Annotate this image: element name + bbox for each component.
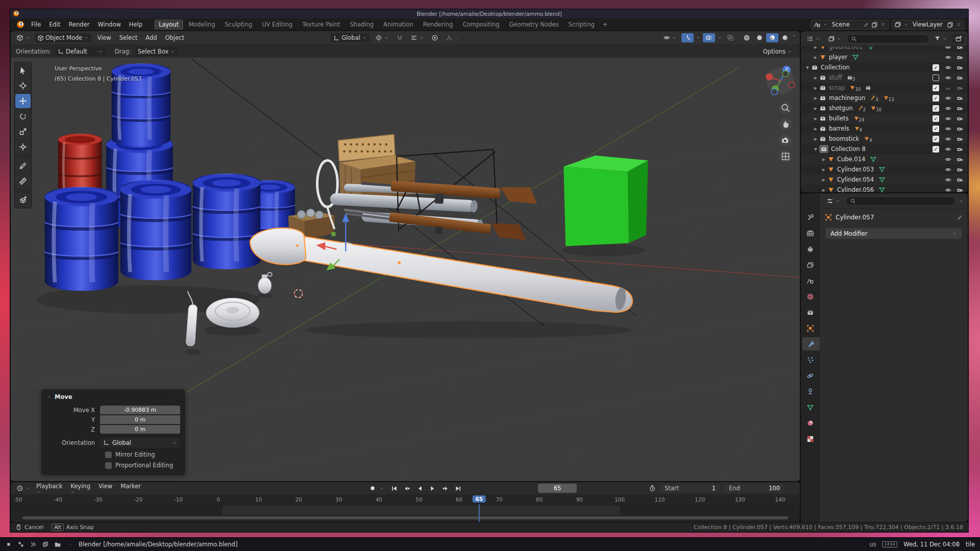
eye-icon[interactable]: [945, 177, 951, 183]
outliner-row-shotgun[interactable]: ▶shotgun210✓: [801, 103, 968, 113]
frame-start-field[interactable]: Start1: [660, 484, 720, 493]
workspace-tab-geometry-nodes[interactable]: Geometry Nodes: [505, 19, 564, 30]
expander-icon[interactable]: ▼: [812, 147, 819, 152]
show-overlays-toggle[interactable]: [703, 33, 715, 42]
workspace-tab-shading[interactable]: Shading: [345, 19, 378, 30]
close-icon[interactable]: [955, 21, 962, 28]
properties-tab-scene[interactable]: [801, 274, 820, 287]
add-modifier-dropdown[interactable]: Add Modifier: [826, 228, 962, 239]
zoom-icon[interactable]: [779, 102, 792, 114]
outliner-search-input[interactable]: [847, 34, 929, 43]
viewport-menu-select[interactable]: Select: [116, 33, 141, 42]
eye-icon[interactable]: [945, 64, 951, 71]
menu-window[interactable]: Window: [94, 20, 124, 29]
tool-annotate[interactable]: [15, 159, 31, 173]
object-name[interactable]: Cube.014: [837, 156, 865, 163]
properties-editor-icon[interactable]: [824, 196, 843, 206]
keying-dropdown[interactable]: [379, 486, 384, 491]
expander-icon[interactable]: ▶: [812, 76, 819, 80]
outliner-row-barrels[interactable]: ▶barrels6✓: [801, 123, 968, 134]
exclude-checkbox[interactable]: ✓: [933, 105, 939, 112]
object-name[interactable]: Collection: [821, 64, 850, 71]
outliner-row-ground-001[interactable]: ▶ground.001: [801, 46, 968, 52]
workspace-tab-rendering[interactable]: Rendering: [419, 19, 458, 30]
taskbar-icon-folder[interactable]: [54, 541, 61, 548]
copy-icon[interactable]: [871, 21, 878, 28]
object-name[interactable]: player: [829, 54, 847, 61]
object-name[interactable]: boomstick: [829, 135, 859, 142]
active-object-name[interactable]: Cylinder.057: [836, 214, 874, 221]
viewport-menu-view[interactable]: View: [93, 33, 114, 42]
expander-icon[interactable]: ▼: [804, 65, 811, 70]
workspace-tab-sculpting[interactable]: Sculpting: [220, 19, 257, 30]
tool-scale[interactable]: [15, 124, 31, 139]
object-name[interactable]: Cylinder.056: [837, 186, 874, 192]
viewport-menu-add[interactable]: Add: [142, 33, 160, 42]
snap-magnet-toggle[interactable]: [394, 33, 406, 42]
snap-target-dropdown[interactable]: [408, 33, 427, 42]
scene-name[interactable]: Scene: [830, 21, 861, 28]
outliner-row-cube-014[interactable]: ▶Cube.014: [801, 154, 968, 164]
object-name[interactable]: shotgun: [829, 105, 853, 112]
grenade-object[interactable]: [258, 272, 272, 294]
properties-tab-particles[interactable]: [801, 353, 820, 366]
eye-icon[interactable]: [945, 115, 951, 122]
camera-visibility-icon[interactable]: [957, 136, 963, 142]
eye-icon[interactable]: [945, 105, 951, 112]
options-dropdown[interactable]: Options: [761, 47, 795, 56]
pin-icon[interactable]: [863, 21, 869, 28]
properties-search-input[interactable]: [846, 196, 955, 206]
camera-visibility-icon[interactable]: [957, 177, 963, 183]
workspace-tab-layout[interactable]: Layout: [154, 19, 183, 30]
move-field-value[interactable]: -0.90883 m: [100, 406, 180, 414]
close-icon[interactable]: [880, 21, 886, 28]
editor-type-button[interactable]: [804, 34, 823, 43]
taskbar-icon-layout[interactable]: [17, 541, 24, 548]
frame-end-field[interactable]: End100: [724, 484, 785, 493]
show-gizmo-toggle[interactable]: [681, 33, 694, 42]
scene-selector[interactable]: Scene: [811, 20, 889, 30]
workspace-tab-compositing[interactable]: Compositing: [458, 19, 504, 30]
eye-icon[interactable]: [945, 156, 951, 163]
expander-icon[interactable]: ▶: [812, 106, 819, 111]
camera-visibility-icon[interactable]: [957, 126, 963, 132]
checkbox-proportional-editing[interactable]: [105, 462, 112, 469]
transform-orientation-dropdown[interactable]: Global: [331, 33, 370, 42]
taskbar-icon-stack[interactable]: [42, 541, 49, 548]
expander-icon[interactable]: ▶: [820, 188, 827, 192]
camera-visibility-icon[interactable]: [957, 64, 963, 71]
tray-indicator[interactable]: 1234: [882, 541, 897, 547]
display-mode-dropdown[interactable]: [825, 34, 844, 43]
shading-solid-button[interactable]: [753, 33, 766, 42]
camera-visibility-icon[interactable]: [957, 54, 963, 61]
3d-viewport[interactable]: Z: [11, 58, 800, 481]
editor-type-button[interactable]: [803, 200, 808, 202]
tool-add-cube[interactable]: [15, 193, 31, 207]
menu-edit[interactable]: Edit: [45, 20, 64, 29]
timeline-menu-marker[interactable]: Marker: [117, 482, 144, 495]
camera-visibility-icon[interactable]: [957, 105, 963, 112]
exclude-checkbox[interactable]: ✓: [933, 115, 939, 122]
blender-menu-icon[interactable]: [14, 20, 27, 29]
timeline-ruler[interactable]: -50-40-30-20-100102030405060708090100110…: [11, 494, 800, 506]
expander-icon[interactable]: ▶: [812, 127, 819, 131]
eye-icon[interactable]: [945, 187, 951, 193]
keyboard-layout-indicator[interactable]: us: [869, 541, 876, 548]
exclude-checkbox[interactable]: ✓: [933, 64, 939, 71]
object-name[interactable]: Collection 8: [831, 145, 866, 153]
expander-icon[interactable]: ▶: [820, 167, 827, 172]
camera-visibility-icon[interactable]: [957, 146, 963, 153]
exclude-checkbox[interactable]: ✓: [933, 136, 939, 142]
camera-visibility-icon[interactable]: [957, 115, 963, 122]
taskbar-icon-menu[interactable]: [5, 541, 12, 548]
transport-prev-button[interactable]: [414, 484, 426, 493]
camera-visibility-icon[interactable]: [957, 85, 963, 91]
object-name[interactable]: scrap: [829, 84, 845, 91]
xray-toggle[interactable]: [724, 33, 737, 42]
checkbox-mirror-editing[interactable]: [105, 452, 112, 458]
editor-type-button[interactable]: [14, 484, 33, 493]
properties-tab-tool[interactable]: [801, 211, 820, 224]
expander-icon[interactable]: ▶: [812, 137, 819, 141]
object-name[interactable]: machinegun: [829, 94, 865, 102]
outliner-row-cylinder-053[interactable]: ▶Cylinder.053: [801, 164, 968, 174]
